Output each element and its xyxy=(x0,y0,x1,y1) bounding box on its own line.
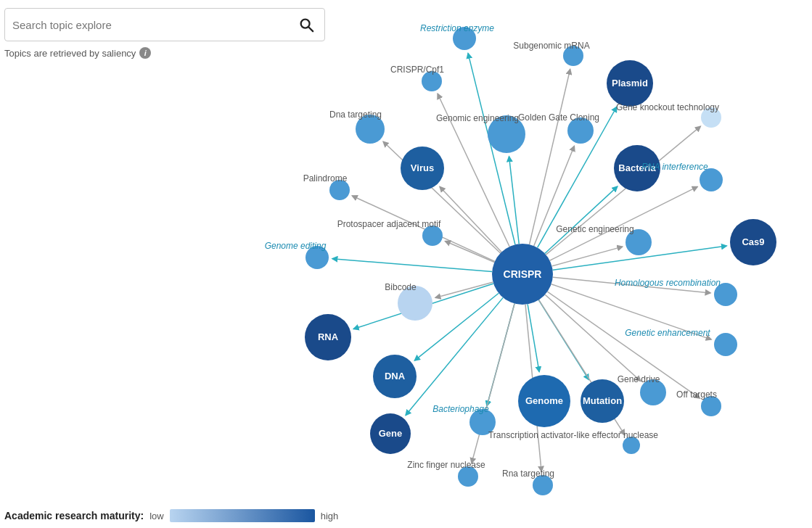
svg-text:Dna targeting: Dna targeting xyxy=(329,110,382,120)
svg-text:Restriction enzyme: Restriction enzyme xyxy=(420,23,494,33)
svg-point-86 xyxy=(623,437,640,454)
svg-point-34 xyxy=(453,27,476,50)
svg-line-16 xyxy=(445,241,494,262)
svg-text:Bacteria: Bacteria xyxy=(618,162,656,173)
svg-text:Gene knockout technology: Gene knockout technology xyxy=(616,102,719,112)
svg-point-64 xyxy=(305,246,329,269)
svg-point-92 xyxy=(533,475,553,495)
svg-line-18 xyxy=(553,277,710,293)
svg-line-2 xyxy=(468,53,515,244)
svg-line-9 xyxy=(534,146,575,246)
svg-point-40 xyxy=(701,107,721,128)
svg-text:Genomic engineering: Genomic engineering xyxy=(436,113,519,123)
legend-label: Academic research maturity: xyxy=(4,510,144,521)
svg-line-23 xyxy=(547,292,700,398)
svg-text:Gene: Gene xyxy=(379,428,403,439)
svg-text:Bibcode: Bibcode xyxy=(385,282,417,292)
svg-text:Gene drive: Gene drive xyxy=(618,374,660,384)
svg-line-22 xyxy=(545,294,641,381)
svg-line-19 xyxy=(435,282,493,297)
svg-point-82 xyxy=(581,379,624,423)
svg-line-13 xyxy=(352,196,495,261)
svg-point-48 xyxy=(567,117,594,144)
svg-text:Genetic engineering: Genetic engineering xyxy=(556,224,633,234)
legend-area: Academic research maturity: low high xyxy=(4,509,338,522)
svg-point-32 xyxy=(492,244,553,305)
svg-line-1 xyxy=(308,27,313,31)
legend-low: low xyxy=(149,511,164,521)
svg-line-28 xyxy=(539,300,625,434)
svg-line-12 xyxy=(440,186,501,252)
svg-text:Mutation: Mutation xyxy=(583,395,622,406)
svg-line-26 xyxy=(538,300,589,380)
svg-point-54 xyxy=(401,147,444,190)
svg-text:Genome: Genome xyxy=(525,395,563,406)
svg-point-84 xyxy=(469,409,496,435)
search-icon xyxy=(298,17,314,33)
svg-text:DNA: DNA xyxy=(385,371,406,381)
svg-point-58 xyxy=(626,229,652,255)
svg-line-4 xyxy=(538,107,617,247)
svg-line-25 xyxy=(528,304,539,371)
svg-line-10 xyxy=(545,186,618,253)
svg-point-38 xyxy=(607,60,653,107)
svg-text:Plasmid: Plasmid xyxy=(612,78,648,88)
search-box xyxy=(4,8,325,41)
svg-point-52 xyxy=(700,168,723,191)
svg-text:Golden Gate Cloning: Golden Gate Cloning xyxy=(518,112,599,123)
svg-line-30 xyxy=(472,304,514,463)
svg-point-80 xyxy=(518,375,570,427)
legend-high: high xyxy=(321,511,339,521)
svg-point-46 xyxy=(488,115,525,153)
svg-text:Off targets: Off targets xyxy=(676,389,717,400)
svg-text:Zinc finger nuclease: Zinc finger nuclease xyxy=(407,460,485,470)
search-area: Topics are retrieved by saliency i xyxy=(4,8,325,59)
svg-point-50 xyxy=(614,145,660,191)
svg-line-6 xyxy=(438,94,509,247)
svg-line-11 xyxy=(550,186,698,260)
svg-point-56 xyxy=(329,180,350,200)
svg-text:CRISPR/Cpf1: CRISPR/Cpf1 xyxy=(390,65,444,75)
svg-text:Transcription activator-like e: Transcription activator-like effector nu… xyxy=(488,430,658,440)
saliency-text: Topics are retrieved by saliency xyxy=(4,48,136,59)
svg-point-72 xyxy=(305,314,351,360)
svg-point-78 xyxy=(373,355,417,398)
svg-point-36 xyxy=(563,46,583,66)
svg-point-88 xyxy=(370,413,411,454)
search-button[interactable] xyxy=(295,14,317,36)
svg-line-21 xyxy=(353,284,493,329)
svg-line-8 xyxy=(509,157,520,244)
svg-text:Cas9: Cas9 xyxy=(742,236,764,247)
svg-text:Subgenomic mRNA: Subgenomic mRNA xyxy=(513,41,589,51)
svg-text:RNA interference: RNA interference xyxy=(641,162,708,172)
graph-svg: CRISPRRestriction enzymeSubgenomic mRNAP… xyxy=(0,0,812,528)
svg-line-15 xyxy=(553,246,727,270)
svg-text:Protospacer adjacent motif: Protospacer adjacent motif xyxy=(337,219,441,229)
svg-text:Virus: Virus xyxy=(411,162,434,173)
svg-line-31 xyxy=(525,305,541,471)
svg-point-74 xyxy=(640,379,666,405)
svg-line-7 xyxy=(383,141,500,253)
svg-point-44 xyxy=(356,115,385,144)
svg-text:Bacteriophage: Bacteriophage xyxy=(432,404,489,414)
svg-point-62 xyxy=(422,226,443,246)
svg-point-66 xyxy=(714,283,737,306)
svg-text:Palindrome: Palindrome xyxy=(303,173,348,183)
svg-text:CRISPR: CRISPR xyxy=(504,268,542,280)
svg-line-17 xyxy=(332,259,492,272)
svg-line-20 xyxy=(551,284,711,339)
svg-text:Rna targeting: Rna targeting xyxy=(502,469,554,479)
svg-point-60 xyxy=(730,219,776,265)
svg-text:RNA: RNA xyxy=(318,331,339,342)
svg-line-29 xyxy=(406,297,503,415)
info-icon[interactable]: i xyxy=(139,47,151,59)
svg-point-90 xyxy=(458,466,478,487)
saliency-note: Topics are retrieved by saliency i xyxy=(4,47,325,59)
svg-text:Homologous recombination: Homologous recombination xyxy=(615,278,721,288)
svg-point-76 xyxy=(701,396,721,416)
svg-point-70 xyxy=(714,333,737,356)
search-input[interactable] xyxy=(12,19,295,31)
svg-text:Genome editing: Genome editing xyxy=(265,241,327,251)
svg-line-3 xyxy=(530,70,570,245)
svg-point-42 xyxy=(422,71,442,91)
